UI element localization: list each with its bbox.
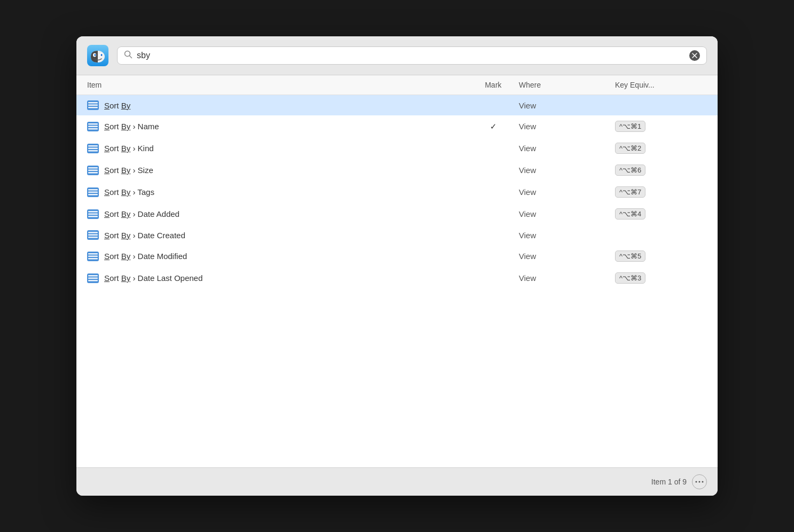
item-label: Sort By › Date Added xyxy=(104,209,180,218)
search-icon xyxy=(124,50,133,61)
key-badge: ^⌥⌘2 xyxy=(615,143,645,154)
svg-rect-29 xyxy=(88,194,98,195)
svg-rect-41 xyxy=(88,258,98,260)
item-cell: Sort By › Date Added xyxy=(87,209,472,219)
item-cell: Sort By › Date Last Opened xyxy=(87,273,472,283)
svg-point-4 xyxy=(95,54,96,56)
finder-icon xyxy=(87,45,108,66)
menu-item-icon xyxy=(87,209,99,219)
item-cell: Sort By › Date Modified xyxy=(87,252,472,261)
col-header-where: Where xyxy=(515,81,611,89)
where-cell: View xyxy=(515,166,611,175)
where-cell: View xyxy=(515,209,611,218)
svg-rect-25 xyxy=(88,172,98,174)
key-cell: ^⌥⌘6 xyxy=(611,165,707,176)
col-header-mark: Mark xyxy=(472,81,515,89)
menu-item-icon xyxy=(87,187,99,197)
col-header-key-equiv: Key Equiv... xyxy=(611,81,707,89)
where-cell: View xyxy=(515,273,611,283)
svg-point-5 xyxy=(101,54,103,56)
footer: Item 1 of 9 xyxy=(76,467,718,496)
table-row[interactable]: Sort By › Date Last Opened View ^⌥⌘3 xyxy=(76,267,718,289)
svg-rect-20 xyxy=(88,147,98,149)
clear-search-button[interactable] xyxy=(689,50,700,61)
item-label: Sort By › Date Created xyxy=(104,231,185,240)
key-cell: ^⌥⌘3 xyxy=(611,272,707,284)
table-row[interactable]: Sort By › Kind View ^⌥⌘2 xyxy=(76,137,718,159)
item-count-label: Item 1 of 9 xyxy=(651,478,687,486)
svg-rect-17 xyxy=(88,128,98,130)
main-window: Item Mark Where Key Equiv... Sort By Vie… xyxy=(76,36,718,496)
svg-rect-12 xyxy=(88,105,98,106)
key-cell: ^⌥⌘4 xyxy=(611,208,707,220)
key-badge: ^⌥⌘7 xyxy=(615,186,645,198)
item-cell: Sort By › Size xyxy=(87,166,472,175)
more-options-button[interactable] xyxy=(692,474,707,489)
svg-rect-28 xyxy=(88,191,98,193)
where-cell: View xyxy=(515,231,611,240)
svg-point-48 xyxy=(702,481,704,483)
item-cell: Sort By › Name xyxy=(87,122,472,131)
svg-rect-35 xyxy=(88,232,98,233)
svg-rect-32 xyxy=(88,213,98,215)
table-header: Item Mark Where Key Equiv... xyxy=(76,75,718,95)
where-cell: View xyxy=(515,252,611,261)
key-badge: ^⌥⌘3 xyxy=(615,272,645,284)
where-cell: View xyxy=(515,122,611,131)
item-cell: Sort By › Tags xyxy=(87,187,472,197)
svg-rect-24 xyxy=(88,169,98,171)
key-badge: ^⌥⌘4 xyxy=(615,208,645,220)
table-row[interactable]: Sort By › Name ✓ View ^⌥⌘1 xyxy=(76,115,718,137)
table-row[interactable]: Sort By › Date Added View ^⌥⌘4 xyxy=(76,203,718,225)
svg-rect-36 xyxy=(88,234,98,236)
menu-item-icon xyxy=(87,144,99,153)
svg-rect-27 xyxy=(88,189,98,191)
table-row[interactable]: Sort By › Size View ^⌥⌘6 xyxy=(76,159,718,181)
table-row[interactable]: Sort By › Tags View ^⌥⌘7 xyxy=(76,181,718,203)
table-row[interactable]: Sort By › Date Modified View ^⌥⌘5 xyxy=(76,245,718,267)
search-bar[interactable] xyxy=(117,46,707,65)
item-label: Sort By xyxy=(104,101,130,110)
col-header-item: Item xyxy=(87,81,472,89)
item-label: Sort By › Date Modified xyxy=(104,252,187,261)
mark-cell: ✓ xyxy=(472,122,515,131)
item-cell: Sort By › Date Created xyxy=(87,230,472,240)
key-cell: ^⌥⌘2 xyxy=(611,143,707,154)
svg-rect-13 xyxy=(88,107,98,108)
where-cell: View xyxy=(515,101,611,110)
svg-rect-11 xyxy=(88,102,98,104)
item-cell: Sort By xyxy=(87,100,472,110)
where-cell: View xyxy=(515,144,611,153)
menu-item-icon xyxy=(87,252,99,261)
key-cell: ^⌥⌘5 xyxy=(611,251,707,262)
svg-rect-43 xyxy=(88,275,98,277)
table-row[interactable]: Sort By View xyxy=(76,95,718,115)
item-label: Sort By › Kind xyxy=(104,144,154,153)
svg-point-46 xyxy=(696,481,697,483)
key-badge: ^⌥⌘5 xyxy=(615,251,645,262)
menu-item-icon xyxy=(87,273,99,283)
item-label: Sort By › Date Last Opened xyxy=(104,273,203,283)
svg-rect-19 xyxy=(88,145,98,147)
table-row[interactable]: Sort By › Date Created View xyxy=(76,225,718,245)
svg-rect-40 xyxy=(88,255,98,257)
svg-rect-39 xyxy=(88,253,98,255)
svg-rect-16 xyxy=(88,126,98,127)
where-cell: View xyxy=(515,187,611,197)
item-label: Sort By › Size xyxy=(104,166,153,175)
menu-item-icon xyxy=(87,122,99,131)
item-label: Sort By › Name xyxy=(104,122,159,131)
search-input[interactable] xyxy=(137,51,685,60)
item-cell: Sort By › Kind xyxy=(87,144,472,153)
title-bar xyxy=(76,36,718,75)
svg-rect-33 xyxy=(88,216,98,217)
svg-rect-37 xyxy=(88,237,98,238)
menu-item-icon xyxy=(87,100,99,110)
svg-rect-21 xyxy=(88,150,98,152)
svg-point-47 xyxy=(699,481,700,483)
svg-rect-31 xyxy=(88,211,98,213)
svg-rect-23 xyxy=(88,167,98,169)
key-badge: ^⌥⌘1 xyxy=(615,121,645,132)
key-badge: ^⌥⌘6 xyxy=(615,165,645,176)
menu-item-icon xyxy=(87,230,99,240)
